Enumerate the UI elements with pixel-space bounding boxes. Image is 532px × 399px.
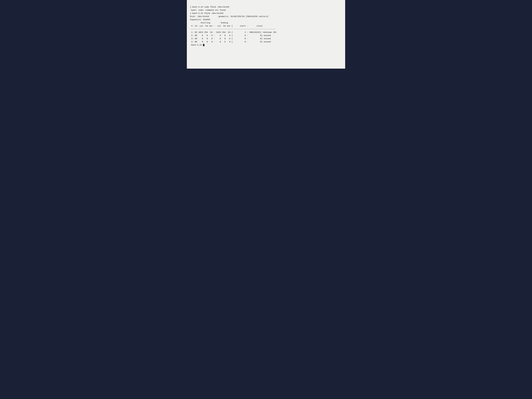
line-1: [-bash-3.2# sudo fdisk /dev/disk0: [190, 6, 229, 8]
line-5: Signature: 0xAA55: [190, 19, 210, 21]
line-11-part4: 4: 00 0 0 0 - 0 0 0 [ 0 - 0] unused: [190, 41, 271, 43]
line-9-part2: 2: 00 0 0 0 - 0 0 0 [ 0 - 0] unused: [190, 34, 271, 37]
terminal-output: [-bash-3.2# sudo fdisk /dev/disk0 -bash:…: [190, 2, 342, 50]
line-10-part3: 3: 00 0 0 0 - 0 0 0 [ 0 - 0] unused: [190, 38, 271, 40]
terminal-window: [-bash-3.2# sudo fdisk /dev/disk0 -bash:…: [187, 0, 345, 69]
line-divider: ----------------------------------------…: [190, 28, 276, 30]
line-4: Disk: /dev/disk0 geometry: 31130/255/63 …: [190, 15, 268, 18]
line-8-part1: 1: EE 1023 254 63 - 1023 254 63 [ 1 - 50…: [190, 31, 277, 33]
line-7-header: #: id cyl hd sec - cyl hd sec [ start - …: [190, 25, 262, 27]
line-3: [-bash-3.2# fdisk /dev/disk0: [190, 12, 223, 14]
line-6-starting: Starting Ending: [190, 22, 228, 24]
cursor: [203, 44, 204, 46]
line-12-prompt: -bash-3.2#: [190, 44, 204, 46]
line-2: -bash: sudo: command not found: [190, 9, 226, 11]
